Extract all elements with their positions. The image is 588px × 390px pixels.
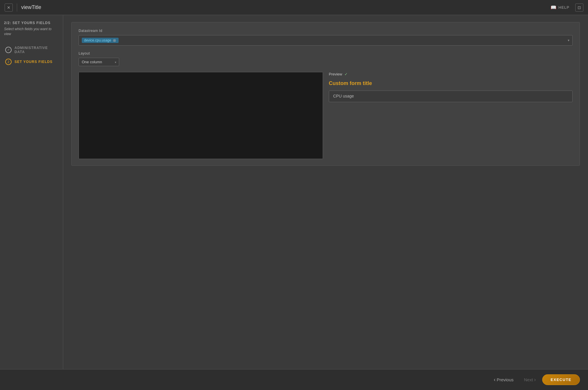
layout-section: Layout One column Two columns Three colu… <box>79 51 573 66</box>
layout-and-preview: Layout One column Two columns Three colu… <box>79 51 573 159</box>
datastream-tag-remove-button[interactable]: ⊗ <box>113 38 116 42</box>
execute-button[interactable]: EXECUTE <box>542 374 580 385</box>
help-icon: 📖 <box>551 5 557 10</box>
next-button[interactable]: Next <box>520 374 540 385</box>
sidebar: 2/2: SET YOURS FIELDS Select which field… <box>0 15 63 369</box>
previous-label: Previous <box>497 377 513 382</box>
administrative-data-label: ADMINISTRATIVE DATA <box>14 46 58 54</box>
close-icon: ✕ <box>7 5 10 10</box>
preview-cpu-field: CPU usage <box>329 91 573 102</box>
layout-select-wrapper: One column Two columns Three columns ▾ <box>79 58 119 66</box>
step-desc: Select which fields you want to view <box>4 27 59 37</box>
datastream-tag-value: device.cpu.usage <box>84 38 111 42</box>
preview-check-icon: ✓ <box>344 72 348 76</box>
main-container: 2/2: SET YOURS FIELDS Select which field… <box>0 15 588 369</box>
topbar-title: viewTitle <box>21 4 41 10</box>
topbar-right: 📖 HELP ⊡ <box>551 3 583 12</box>
next-label: Next <box>524 377 533 382</box>
sidebar-item-set-yours-fields[interactable]: 2 SET YOURS FIELDS <box>4 56 59 67</box>
two-panel: Preview ✓ Custom form title CPU usage <box>79 72 573 159</box>
next-chevron-icon <box>534 377 536 383</box>
action-icon: ⊡ <box>578 5 581 10</box>
sidebar-item-administrative-data[interactable]: ✓ ADMINISTRATIVE DATA <box>4 44 59 56</box>
set-yours-fields-icon: 2 <box>5 59 12 65</box>
preview-label: Preview <box>329 72 342 76</box>
bottom-bar: Previous Next EXECUTE <box>0 369 588 390</box>
help-label: HELP <box>558 5 569 10</box>
execute-label: EXECUTE <box>551 378 571 382</box>
action-icon-button[interactable]: ⊡ <box>575 3 583 12</box>
main-card: Datastream Id device.cpu.usage ⊗ ▾ Layou… <box>71 22 580 166</box>
preview-panel: Preview ✓ Custom form title CPU usage <box>326 72 573 159</box>
close-button[interactable]: ✕ <box>5 3 13 12</box>
datastream-label: Datastream Id <box>79 29 573 33</box>
topbar: ✕ viewTitle 📖 HELP ⊡ <box>0 0 588 15</box>
administrative-data-icon: ✓ <box>5 47 12 53</box>
datastream-tag: device.cpu.usage ⊗ <box>82 38 119 43</box>
previous-button[interactable]: Previous <box>490 374 518 385</box>
previous-chevron-icon <box>494 377 496 383</box>
topbar-divider <box>17 3 17 12</box>
step-label: 2/2: SET YOURS FIELDS <box>4 21 59 25</box>
set-yours-fields-label: SET YOURS FIELDS <box>14 60 52 64</box>
datastream-dropdown-arrow: ▾ <box>568 38 569 42</box>
datastream-section: Datastream Id device.cpu.usage ⊗ ▾ <box>79 29 573 46</box>
layout-label: Layout <box>79 51 573 55</box>
datastream-input[interactable]: device.cpu.usage ⊗ ▾ <box>79 35 573 46</box>
preview-form-title: Custom form title <box>329 80 573 86</box>
preview-header: Preview ✓ <box>329 72 573 76</box>
canvas-panel <box>79 72 323 159</box>
content-area: Datastream Id device.cpu.usage ⊗ ▾ Layou… <box>63 15 588 369</box>
layout-select[interactable]: One column Two columns Three columns <box>79 58 119 66</box>
help-button[interactable]: 📖 HELP <box>551 5 569 10</box>
